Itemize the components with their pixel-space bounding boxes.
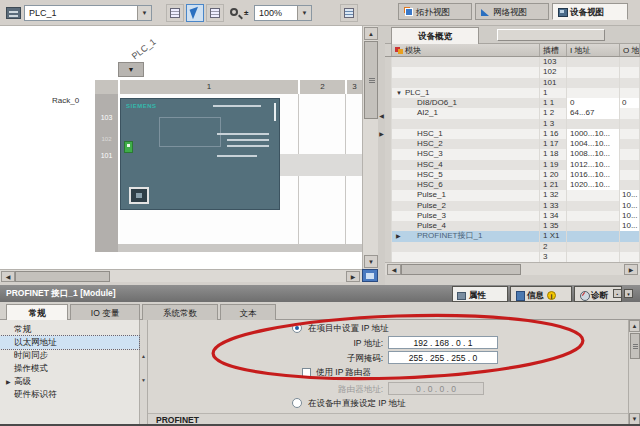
- header-o-address[interactable]: O 地址: [620, 44, 640, 56]
- subtab-general[interactable]: 常规: [6, 304, 68, 320]
- table-row[interactable]: ▶PROFINET接口_1 1 X1: [385, 231, 640, 241]
- inspector-panel: PROFINET 接口_1 [Module] 属性 信息i 诊断 ▾ ▪ 常规 …: [0, 285, 640, 426]
- pane-options-button[interactable]: [340, 4, 358, 22]
- tab-properties[interactable]: 属性: [452, 286, 508, 302]
- device-view-vscrollbar[interactable]: ▲ ▼: [362, 26, 378, 282]
- scroll-up-icon[interactable]: ▲: [141, 354, 146, 359]
- tab-device-view[interactable]: 设备视图: [552, 3, 628, 20]
- cell-o-address: [620, 180, 640, 190]
- scroll-left-icon[interactable]: ◀: [387, 264, 401, 275]
- header-slot[interactable]: 插槽: [540, 44, 567, 56]
- header-select-col: [385, 44, 392, 56]
- properties-nav-item[interactable]: 硬件标识符: [0, 388, 139, 401]
- table-row[interactable]: ▼PLC_1 1: [385, 88, 640, 98]
- table-row[interactable]: HSC_4 1 19 1012...10...: [385, 160, 640, 170]
- table-row[interactable]: 103: [385, 57, 640, 67]
- panel-collapse-icon[interactable]: ▾: [624, 289, 633, 298]
- table-row[interactable]: AI2_1 1 2 64...67: [385, 108, 640, 118]
- table-row[interactable]: HSC_2 1 17 1004...10...: [385, 139, 640, 149]
- expander-icon[interactable]: ▼: [396, 88, 405, 98]
- cell-o-address: [620, 119, 640, 129]
- cell-i-address: [567, 88, 620, 98]
- splitter-collapse-left-icon[interactable]: ◀: [378, 112, 385, 119]
- hscroll-thumb[interactable]: [401, 264, 521, 275]
- zoom-icon[interactable]: [230, 8, 238, 16]
- properties-nav-item[interactable]: 以太网地址: [0, 336, 139, 349]
- header-module[interactable]: 模块: [392, 44, 540, 56]
- expander-icon[interactable]: ▶: [396, 231, 405, 241]
- device-view-canvas[interactable]: PLC_1 ▼ 1 2 3 Rack_0 103 102 101 SIEMENS: [0, 26, 362, 269]
- zoom-plusminus-icon[interactable]: ±: [244, 8, 248, 17]
- row-select-margin: [385, 211, 392, 221]
- scroll-left-icon[interactable]: ◀: [1, 271, 15, 282]
- grid-view-button[interactable]: [166, 4, 184, 22]
- chevron-down-icon[interactable]: ▼: [297, 6, 311, 20]
- subtab-io-tags[interactable]: IO 变量: [70, 304, 140, 320]
- table-row[interactable]: 102: [385, 67, 640, 77]
- cell-slot: 102: [540, 67, 567, 77]
- properties-nav-item[interactable]: 操作模式: [0, 362, 139, 375]
- select-mode-button[interactable]: [186, 4, 204, 22]
- scroll-down-icon[interactable]: ▼: [629, 413, 640, 425]
- form-vscrollbar[interactable]: ▲ ▼: [628, 320, 640, 426]
- properties-nav-item[interactable]: ▶高级: [0, 375, 139, 388]
- zoom-level-combo[interactable]: 100% ▼: [254, 5, 312, 21]
- table-row[interactable]: Pulse_4 1 35 10...: [385, 221, 640, 231]
- slot-header-2: 2: [300, 80, 345, 94]
- cell-slot: 103: [540, 57, 567, 67]
- table-row[interactable]: 2: [385, 242, 640, 252]
- table-row[interactable]: 3: [385, 252, 640, 262]
- table-row[interactable]: DI8/DO6_1 1 1 0 0: [385, 98, 640, 108]
- scroll-down-icon[interactable]: ▼: [364, 255, 378, 268]
- table-row[interactable]: Pulse_1 1 32 10...: [385, 190, 640, 200]
- radio-set-ip-on-device[interactable]: [292, 398, 302, 408]
- properties-nav-item[interactable]: 常规: [0, 323, 139, 336]
- vscroll-thumb[interactable]: [630, 333, 640, 359]
- header-i-address[interactable]: I 地址: [567, 44, 620, 56]
- overview-hscrollbar[interactable]: ◀ ▶: [385, 262, 640, 275]
- profinet-port[interactable]: [129, 187, 149, 204]
- tab-network-view[interactable]: 网络视图: [475, 3, 549, 20]
- table-row[interactable]: HSC_1 1 16 1000...10...: [385, 129, 640, 139]
- use-ip-router-checkbox[interactable]: [302, 368, 311, 377]
- table-row[interactable]: HSC_6 1 21 1020...10...: [385, 180, 640, 190]
- scroll-right-icon[interactable]: ▶: [624, 264, 638, 275]
- tab-device-overview[interactable]: 设备概览: [391, 27, 479, 44]
- radio-set-ip-in-project[interactable]: [292, 323, 302, 333]
- subnet-mask-field[interactable]: 255 . 255 . 255 . 0: [388, 351, 498, 364]
- chevron-down-icon[interactable]: ▼: [137, 6, 151, 20]
- tab-topology-view[interactable]: 拓扑视图: [398, 3, 472, 20]
- scroll-down-icon[interactable]: ▼: [141, 378, 146, 383]
- subtab-system-constants[interactable]: 系统常数: [142, 304, 218, 320]
- properties-nav-item[interactable]: 时间同步: [0, 349, 139, 362]
- table-row[interactable]: 101: [385, 78, 640, 88]
- table-row[interactable]: Pulse_2 1 33 10...: [385, 201, 640, 211]
- snap-grid-button[interactable]: [206, 4, 224, 22]
- nav-scrollbar[interactable]: ▲ ▼: [140, 320, 148, 426]
- vscroll-thumb[interactable]: [364, 41, 378, 119]
- splitter-collapse-right-icon[interactable]: ▶: [378, 130, 385, 137]
- cell-o-address: [620, 57, 640, 67]
- ip-address-label: IP 地址:: [278, 338, 383, 350]
- ip-address-field[interactable]: 192 . 168 . 0 . 1: [388, 336, 498, 349]
- rack-label: Rack_0: [52, 96, 79, 105]
- cpu-module[interactable]: SIEMENS: [120, 98, 280, 210]
- subtab-texts[interactable]: 文本: [220, 304, 276, 320]
- hscroll-thumb[interactable]: [15, 271, 110, 282]
- cell-o-address: [620, 231, 640, 241]
- pane-splitter[interactable]: ◀ ▶: [378, 26, 385, 285]
- scroll-right-icon[interactable]: ▶: [346, 271, 360, 282]
- table-row[interactable]: Pulse_3 1 34 10...: [385, 211, 640, 221]
- scroll-up-icon[interactable]: ▲: [629, 320, 640, 332]
- table-row[interactable]: HSC_5 1 20 1016...10...: [385, 170, 640, 180]
- scroll-up-icon[interactable]: ▲: [364, 27, 378, 40]
- fit-to-view-button[interactable]: [362, 269, 378, 282]
- device-selector-combo[interactable]: PLC_1 ▼: [24, 5, 152, 21]
- overview-filter-box[interactable]: [497, 29, 605, 41]
- table-row[interactable]: 1 3: [385, 119, 640, 129]
- tab-info[interactable]: 信息i: [510, 286, 572, 302]
- rack-dropdown-button[interactable]: ▼: [118, 62, 144, 77]
- panel-window-icon[interactable]: ▪: [613, 289, 622, 298]
- device-view-hscrollbar[interactable]: ◀ ▶: [0, 269, 362, 282]
- table-row[interactable]: HSC_3 1 18 1008...10...: [385, 149, 640, 159]
